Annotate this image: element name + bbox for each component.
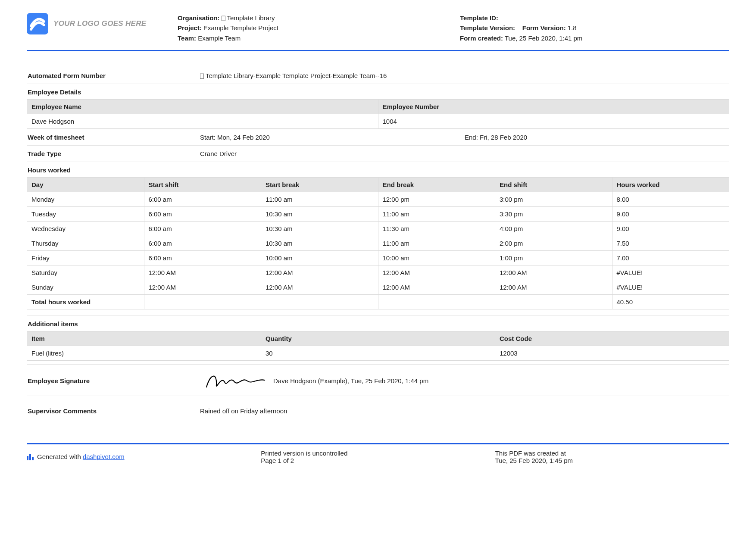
table-row: Wednesday6:00 am10:30 am11:30 am4:00 pm9… bbox=[27, 221, 729, 236]
row-signature: Employee Signature Dave Hodgson (Example… bbox=[27, 364, 729, 396]
hours-header: Hours worked bbox=[612, 177, 729, 192]
hours-total-value: 40.50 bbox=[612, 294, 729, 309]
emp-details-title: Employee Details bbox=[27, 84, 729, 99]
table-cell: 12:00 AM bbox=[378, 265, 495, 280]
table-cell: 7.50 bbox=[612, 236, 729, 250]
afn-value: ⎕ Template Library-Example Template Proj… bbox=[200, 72, 729, 79]
tid-label: Template ID: bbox=[460, 14, 498, 22]
table-row: Tuesday6:00 am10:30 am11:00 am3:30 pm9.0… bbox=[27, 206, 729, 221]
proj-label: Project: bbox=[178, 24, 202, 31]
sup-value: Rained off on Friday afternoon bbox=[200, 407, 729, 415]
week-end: End: Fri, 28 Feb 2020 bbox=[465, 134, 729, 141]
table-cell: 2:00 pm bbox=[495, 236, 612, 250]
hours-header: Start break bbox=[261, 177, 378, 192]
table-row: Fuel (litres)3012003 bbox=[27, 346, 729, 360]
table-cell: Wednesday bbox=[27, 221, 144, 236]
table-cell: 6:00 am bbox=[144, 250, 261, 265]
dashpivot-link[interactable]: dashpivot.com bbox=[83, 453, 125, 460]
items-header: Quantity bbox=[261, 331, 495, 346]
hours-header: Start shift bbox=[144, 177, 261, 192]
table-cell: 12:00 AM bbox=[495, 265, 612, 280]
table-row: Monday6:00 am11:00 am12:00 pm3:00 pm8.00 bbox=[27, 192, 729, 206]
hours-header: End break bbox=[378, 177, 495, 192]
table-cell bbox=[495, 294, 612, 309]
created-value: Tue, 25 Feb 2020, 1:41 pm bbox=[505, 34, 582, 42]
items-table: ItemQuantityCost Code Fuel (litres)30120… bbox=[27, 331, 729, 361]
proj-value: Example Template Project bbox=[203, 24, 278, 31]
org-label: Organisation: bbox=[178, 14, 220, 22]
items-header: Cost Code bbox=[495, 331, 729, 346]
footer-right-1: This PDF was created at bbox=[495, 450, 729, 457]
table-cell: 12:00 AM bbox=[261, 280, 378, 294]
table-cell: 6:00 am bbox=[144, 192, 261, 206]
table-cell: 11:00 am bbox=[378, 236, 495, 250]
header-rule bbox=[27, 50, 729, 51]
table-cell bbox=[144, 294, 261, 309]
table-cell: Monday bbox=[27, 192, 144, 206]
footer-left: Generated with dashpivot.com bbox=[27, 450, 261, 464]
table-cell: 12:00 AM bbox=[261, 265, 378, 280]
table-cell: 10:00 am bbox=[261, 250, 378, 265]
logo-block: YOUR LOGO GOES HERE bbox=[27, 13, 165, 34]
form-body: Automated Form Number ⎕ Template Library… bbox=[27, 68, 729, 464]
org-value: ⎕ Template Library bbox=[222, 14, 275, 22]
table-cell: 6:00 am bbox=[144, 221, 261, 236]
items-header: Item bbox=[27, 331, 261, 346]
table-cell: 11:30 am bbox=[378, 221, 495, 236]
table-cell: 10:00 am bbox=[378, 250, 495, 265]
table-cell: 12:00 AM bbox=[144, 265, 261, 280]
table-cell: 12:00 AM bbox=[495, 280, 612, 294]
items-title: Additional items bbox=[27, 315, 729, 331]
hours-header: Day bbox=[27, 177, 144, 192]
footer-center: Printed version is uncontrolled Page 1 o… bbox=[261, 450, 495, 464]
fver-value: 1.8 bbox=[568, 24, 577, 31]
table-cell: 11:00 am bbox=[261, 192, 378, 206]
header-col-left: Organisation: ⎕ Template Library Project… bbox=[178, 13, 447, 43]
table-cell: 10:30 am bbox=[261, 221, 378, 236]
week-label: Week of timesheet bbox=[27, 134, 200, 141]
week-start: Start: Mon, 24 Feb 2020 bbox=[200, 134, 465, 141]
footer: Generated with dashpivot.com Printed ver… bbox=[27, 450, 729, 464]
table-cell bbox=[261, 294, 378, 309]
header-col-right: Template ID: Template Version: Form Vers… bbox=[460, 13, 729, 43]
tver-label: Template Version: bbox=[460, 24, 515, 31]
table-cell: 6:00 am bbox=[144, 206, 261, 221]
logo-placeholder-text: YOUR LOGO GOES HERE bbox=[53, 19, 146, 28]
row-week: Week of timesheet Start: Mon, 24 Feb 202… bbox=[27, 129, 729, 145]
table-row: Thursday6:00 am10:30 am11:00 am2:00 pm7.… bbox=[27, 236, 729, 250]
table-cell: 8.00 bbox=[612, 192, 729, 206]
gen-prefix: Generated with bbox=[37, 453, 83, 460]
signature-icon bbox=[204, 371, 269, 391]
table-cell: 10:30 am bbox=[261, 236, 378, 250]
table-cell: Thursday bbox=[27, 236, 144, 250]
table-cell: 11:00 am bbox=[378, 206, 495, 221]
table-row: Friday6:00 am10:00 am10:00 am1:00 pm7.00 bbox=[27, 250, 729, 265]
emp-num-header: Employee Number bbox=[378, 99, 729, 114]
table-cell: Fuel (litres) bbox=[27, 346, 261, 360]
created-label: Form created: bbox=[460, 34, 503, 42]
trade-value: Crane Driver bbox=[200, 150, 729, 157]
hours-title: Hours worked bbox=[27, 162, 729, 177]
sig-label: Employee Signature bbox=[27, 377, 200, 384]
table-cell: 3:00 pm bbox=[495, 192, 612, 206]
table-cell: 12:00 AM bbox=[144, 280, 261, 294]
table-cell: 6:00 am bbox=[144, 236, 261, 250]
table-cell: Friday bbox=[27, 250, 144, 265]
row-supervisor: Supervisor Comments Rained off on Friday… bbox=[27, 396, 729, 426]
row-afn: Automated Form Number ⎕ Template Library… bbox=[27, 68, 729, 84]
fver-label: Form Version: bbox=[522, 24, 566, 31]
employee-table: Employee Name Employee Number Dave Hodgs… bbox=[27, 99, 729, 129]
page: YOUR LOGO GOES HERE Organisation: ⎕ Temp… bbox=[27, 13, 729, 481]
hours-header: End shift bbox=[495, 177, 612, 192]
footer-center-2: Page 1 of 2 bbox=[261, 457, 495, 464]
table-cell: 30 bbox=[261, 346, 495, 360]
footer-rule bbox=[27, 443, 729, 444]
hours-table: DayStart shiftStart breakEnd breakEnd sh… bbox=[27, 177, 729, 309]
table-cell: 3:30 pm bbox=[495, 206, 612, 221]
hours-total-row: Total hours worked40.50 bbox=[27, 294, 729, 309]
table-cell: 12:00 AM bbox=[378, 280, 495, 294]
logo-icon bbox=[27, 13, 48, 34]
sig-text: Dave Hodgson (Example), Tue, 25 Feb 2020… bbox=[273, 377, 428, 384]
table-cell: 9.00 bbox=[612, 221, 729, 236]
bars-icon bbox=[27, 453, 34, 460]
